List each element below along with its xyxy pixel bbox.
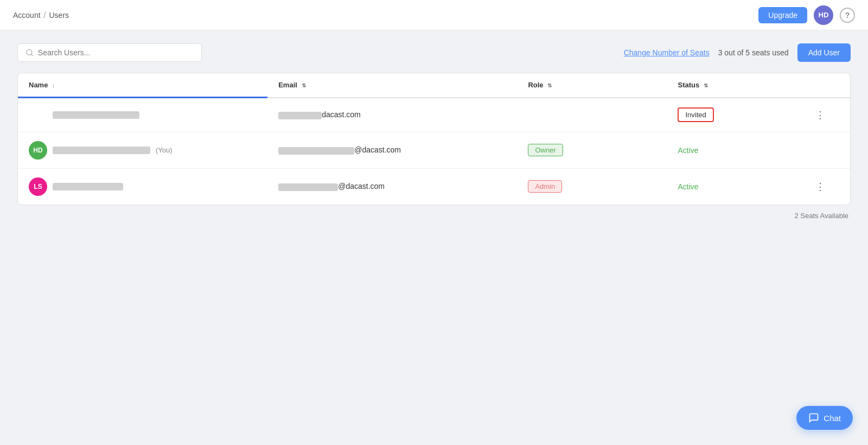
svg-line-1 <box>31 54 33 56</box>
toolbar-right: Change Number of Seats 3 out of 5 seats … <box>624 43 851 62</box>
status-active: Active <box>678 182 698 191</box>
role-cell <box>517 98 667 132</box>
status-cell: Active <box>667 168 800 205</box>
status-active: Active <box>678 146 698 155</box>
email-blurred: ••••••••••• <box>278 183 338 191</box>
search-input[interactable] <box>38 48 194 57</box>
email-suffix: @dacast.com <box>338 182 385 190</box>
top-bar: Account / Users Upgrade HD ? <box>0 0 868 30</box>
name-cell: HD••••••••••••••••••• (You) <box>18 132 267 168</box>
status-cell: Invited <box>667 98 800 132</box>
users-table-container: Name ↓ Email ⇅ Role ⇅ Status ⇅ <box>17 73 851 205</box>
seats-info: 3 out of 5 seats used <box>718 48 789 57</box>
more-options-button[interactable]: ⋮ <box>811 179 829 195</box>
avatar[interactable]: HD <box>814 5 833 25</box>
email-cell: •••••••••••••••••@dacast.com <box>267 132 517 168</box>
name-suffix: (You) <box>156 146 173 154</box>
name-cell: •••••••••••• <box>18 98 267 132</box>
user-avatar: HD <box>29 141 47 160</box>
email-cell: ••••••••••••dacast.com <box>267 98 517 132</box>
sort-icon-status: ⇅ <box>704 82 708 88</box>
status-cell: Active <box>667 132 800 168</box>
col-name[interactable]: Name ↓ <box>18 73 267 98</box>
col-email[interactable]: Email ⇅ <box>267 73 517 98</box>
chat-bubble-icon <box>808 412 819 423</box>
actions-cell <box>800 132 850 168</box>
toolbar: Change Number of Seats 3 out of 5 seats … <box>17 43 851 62</box>
name-cell: LS••••••••••• <box>18 168 267 205</box>
breadcrumb-users: Users <box>49 11 69 20</box>
sort-icon-email: ⇅ <box>302 82 306 88</box>
upgrade-button[interactable]: Upgrade <box>758 7 807 23</box>
more-options-button[interactable]: ⋮ <box>811 107 829 123</box>
breadcrumb: Account / Users <box>13 11 69 20</box>
search-wrap[interactable] <box>17 43 202 62</box>
user-avatar: LS <box>29 177 47 196</box>
status-badge: Invited <box>678 107 713 122</box>
name-blurred: ••••••••••• <box>53 183 123 190</box>
sort-icon-role: ⇅ <box>547 82 552 88</box>
sort-icon-name: ↓ <box>52 82 55 88</box>
table-row: ••••••••••••••••••••••••dacast.comInvite… <box>18 98 850 132</box>
role-badge: Admin <box>528 180 562 193</box>
table-row: LS••••••••••••••••••••••@dacast.comAdmin… <box>18 168 850 205</box>
seats-available: 2 Seats Available <box>17 212 851 220</box>
email-blurred: •••••••••••• <box>278 112 322 119</box>
role-cell: Owner <box>517 132 667 168</box>
email-cell: •••••••••••@dacast.com <box>267 168 517 205</box>
breadcrumb-account: Account <box>13 11 41 20</box>
name-blurred: •••••••••••• <box>53 111 139 119</box>
main-content: Change Number of Seats 3 out of 5 seats … <box>0 30 868 233</box>
email-suffix: dacast.com <box>322 110 361 119</box>
col-status[interactable]: Status ⇅ <box>667 73 800 98</box>
col-actions <box>800 73 850 98</box>
email-blurred: ••••••••••••••••• <box>278 147 354 155</box>
actions-cell: ⋮ <box>800 168 850 205</box>
users-table: Name ↓ Email ⇅ Role ⇅ Status ⇅ <box>18 73 850 205</box>
role-cell: Admin <box>517 168 667 205</box>
add-user-button[interactable]: Add User <box>797 43 851 62</box>
search-icon <box>25 48 34 57</box>
col-role[interactable]: Role ⇅ <box>517 73 667 98</box>
chat-label: Chat <box>824 414 841 423</box>
email-suffix: @dacast.com <box>354 145 401 154</box>
name-blurred: ••••••••••••••••••• <box>53 147 150 154</box>
chat-button[interactable]: Chat <box>796 406 853 430</box>
breadcrumb-separator: / <box>44 11 46 20</box>
table-row: HD••••••••••••••••••• (You)•••••••••••••… <box>18 132 850 168</box>
help-icon[interactable]: ? <box>840 8 855 23</box>
top-bar-right: Upgrade HD ? <box>758 5 855 25</box>
role-badge: Owner <box>528 144 563 156</box>
change-seats-link[interactable]: Change Number of Seats <box>624 48 710 57</box>
actions-cell: ⋮ <box>800 98 850 132</box>
